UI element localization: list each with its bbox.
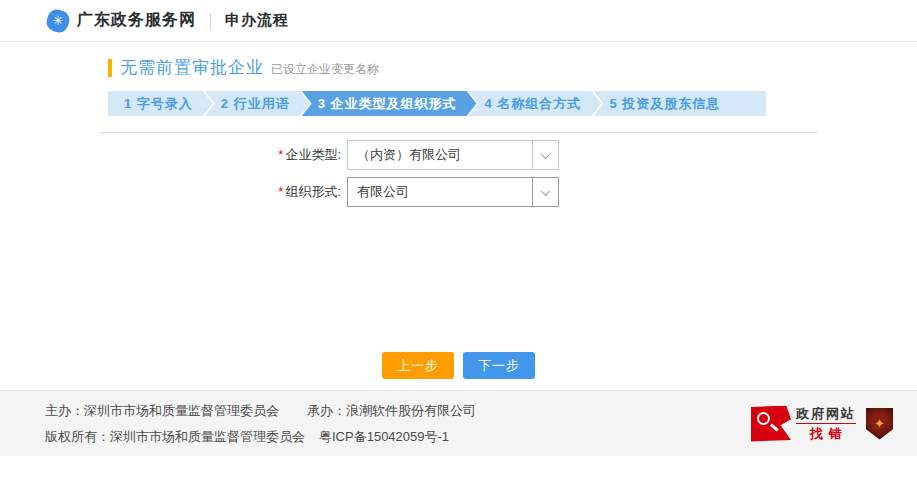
enterprise-type-label: *企业类型: bbox=[100, 146, 347, 164]
top-header: ✳ 广东政务服务网 申办流程 bbox=[0, 0, 917, 42]
next-step-button[interactable]: 下一步 bbox=[463, 352, 535, 379]
organization-form-label: *组织形式: bbox=[100, 183, 347, 201]
prev-step-button[interactable]: 上一步 bbox=[382, 352, 454, 379]
section-divider bbox=[100, 132, 817, 133]
page-title: 无需前置审批企业 bbox=[120, 56, 264, 79]
form-row-organization-form: *组织形式: 有限公司 bbox=[100, 177, 817, 207]
step-2-industry-term[interactable]: 2 行业用语 bbox=[205, 91, 310, 116]
main-content: 无需前置审批企业 已设立企业变更名称 1 字号录入 2 行业用语 3 企业类型及… bbox=[100, 42, 817, 390]
error-badge-divider bbox=[796, 423, 856, 424]
form-row-enterprise-type: *企业类型: （内资）有限公司 bbox=[100, 140, 817, 170]
footer-icp-number: 粤ICP备15042059号-1 bbox=[319, 429, 449, 444]
chevron-down-icon[interactable] bbox=[532, 178, 558, 206]
shield-emblem-glyph: ✦ bbox=[874, 417, 885, 430]
wizard-actions: 上一步 下一步 bbox=[100, 352, 817, 379]
footer-host: 主办：深圳市市场和质量监督管理委员会 bbox=[45, 403, 279, 418]
required-marker: * bbox=[278, 147, 283, 162]
header-section-title: 申办流程 bbox=[225, 11, 289, 30]
step-3-enterprise-type-active[interactable]: 3 企业类型及组织形式 bbox=[302, 91, 477, 116]
page-title-row: 无需前置审批企业 已设立企业变更名称 bbox=[108, 42, 817, 79]
step-4-name-combination[interactable]: 4 名称组合方式 bbox=[469, 91, 602, 116]
footer-line-2: 版权所有：深圳市市场和质量监督管理委员会粤ICP备15042059号-1 bbox=[45, 424, 476, 450]
title-accent-bar bbox=[108, 59, 112, 77]
chevron-down-icon[interactable] bbox=[532, 141, 558, 169]
footer-copyright: 版权所有：深圳市市场和质量监督管理委员会 bbox=[45, 429, 305, 444]
magnifier-lens bbox=[757, 412, 770, 425]
error-badge-top-label: 政府网站 bbox=[796, 406, 856, 421]
organization-form-value: 有限公司 bbox=[348, 178, 532, 206]
step-5-investor-info[interactable]: 5 投资及股东信息 bbox=[593, 91, 766, 116]
error-badge-text: 政府网站 找错 bbox=[796, 406, 856, 441]
site-name[interactable]: 广东政务服务网 bbox=[77, 10, 196, 31]
error-badge-bottom-label: 找错 bbox=[804, 426, 848, 441]
enterprise-type-label-text: 企业类型: bbox=[285, 147, 341, 162]
footer-badges: 政府网站 找错 ✦ bbox=[751, 406, 893, 442]
magnifier-flag-icon bbox=[751, 406, 791, 442]
footer-undertaker: 承办：浪潮软件股份有限公司 bbox=[307, 403, 476, 418]
logo-star-glyph: ✳ bbox=[53, 10, 64, 32]
header-divider bbox=[210, 13, 211, 29]
footer-line-1: 主办：深圳市市场和质量监督管理委员会承办：浪潮软件股份有限公司 bbox=[45, 398, 476, 424]
site-logo-icon: ✳ bbox=[47, 10, 69, 32]
organization-form-select[interactable]: 有限公司 bbox=[347, 177, 559, 207]
footer-text: 主办：深圳市市场和质量监督管理委员会承办：浪潮软件股份有限公司 版权所有：深圳市… bbox=[45, 398, 476, 450]
organization-form-label-text: 组织形式: bbox=[285, 184, 341, 199]
page-subtitle: 已设立企业变更名称 bbox=[271, 58, 379, 78]
step-1-name-entry[interactable]: 1 字号录入 bbox=[108, 91, 213, 116]
enterprise-form: *企业类型: （内资）有限公司 *组织形式: 有限公司 bbox=[100, 140, 817, 207]
enterprise-type-value: （内资）有限公司 bbox=[348, 141, 532, 169]
magnifier-handle bbox=[770, 423, 779, 431]
police-emblem-shield-icon[interactable]: ✦ bbox=[866, 408, 893, 440]
page-footer: 主办：深圳市市场和质量监督管理委员会承办：浪潮软件股份有限公司 版权所有：深圳市… bbox=[0, 390, 917, 456]
gov-site-error-report-badge[interactable]: 政府网站 找错 bbox=[751, 406, 856, 442]
required-marker: * bbox=[278, 184, 283, 199]
enterprise-type-select[interactable]: （内资）有限公司 bbox=[347, 140, 559, 170]
wizard-stepper: 1 字号录入 2 行业用语 3 企业类型及组织形式 4 名称组合方式 5 投资及… bbox=[108, 91, 766, 116]
